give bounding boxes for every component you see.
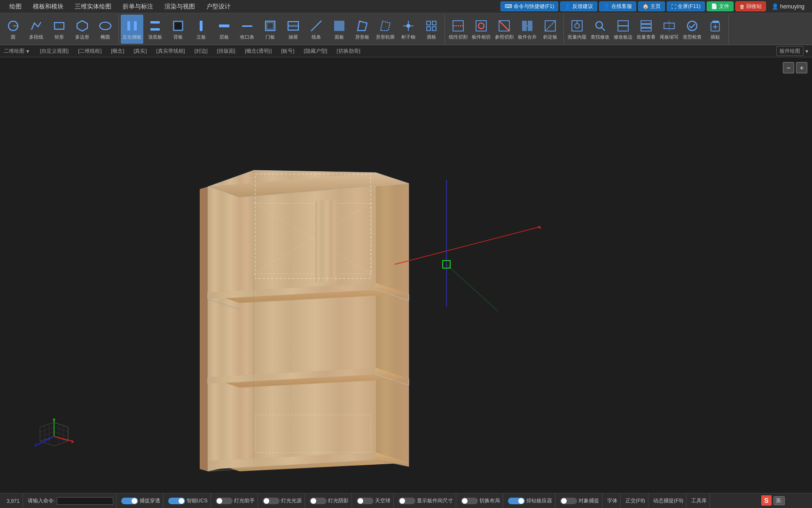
submenu-dropdown[interactable]: ▾: [805, 48, 808, 55]
batch-check-tool[interactable]: 批量查看: [635, 15, 657, 44]
feedback-btn[interactable]: 👤 反馈建议: [560, 1, 597, 11]
axis-indicator: [28, 408, 85, 465]
object-snap-switch[interactable]: [560, 498, 577, 504]
submenu-label[interactable]: 板件绘图: [776, 46, 804, 56]
command-input[interactable]: [57, 497, 113, 505]
irregular-panel-icon: [355, 18, 370, 33]
user-btn[interactable]: 👤 hemuying: [768, 2, 808, 11]
svg-line-105: [54, 427, 68, 432]
snap-through-switch[interactable]: [121, 498, 138, 504]
diagonal-panel-label: 斜定板: [543, 34, 557, 40]
face-panel-tool[interactable]: 面板: [328, 15, 351, 44]
ellipse-tool[interactable]: 椭圆: [94, 15, 117, 44]
linear-cut-tool[interactable]: 线性切割: [447, 15, 469, 44]
tab-concept[interactable]: [概念]: [107, 46, 128, 56]
top-bottom-panel-icon: [148, 18, 163, 33]
vertical-panel-tool[interactable]: 立板: [190, 15, 212, 44]
polyline-tool[interactable]: 多段线: [25, 15, 47, 44]
tab-custom-view[interactable]: [自定义视图]: [36, 46, 73, 56]
tab-hide-layout[interactable]: [隐藏户型]: [299, 46, 331, 56]
top-bottom-panel-tool[interactable]: 顶底板: [144, 15, 166, 44]
viewport: − +: [0, 57, 812, 493]
menu-render[interactable]: 渲染与视图: [159, 1, 201, 12]
tab-concept-transparent[interactable]: [概念(透明)]: [241, 46, 276, 56]
light-helper-switch[interactable]: [216, 498, 233, 504]
lang-btn[interactable]: 英·: [773, 496, 785, 505]
svg-line-103: [40, 427, 54, 432]
cabinet-3d-view[interactable]: [0, 57, 812, 493]
menu-template[interactable]: 模板和模块: [27, 1, 69, 12]
tab-2d-wireframe[interactable]: [二维线框]: [74, 46, 106, 56]
support-btn[interactable]: 👤 在线客服: [599, 1, 636, 11]
file-btn[interactable]: 📄 文件: [707, 1, 734, 11]
shelf-label: 层板: [219, 34, 229, 40]
panel-merge-tool[interactable]: 板件合并: [516, 15, 539, 44]
light-source-switch[interactable]: [263, 498, 280, 504]
menu-dimension[interactable]: 折单与标注: [117, 1, 159, 12]
tab-layout[interactable]: [排版面]: [213, 46, 240, 56]
face-panel-label: 面板: [335, 34, 344, 40]
line-tool[interactable]: 线条: [305, 15, 328, 44]
shortcut-btn[interactable]: ⌨ 命令与快捷键(F1): [500, 1, 558, 11]
panel-merge-label: 板件合并: [518, 34, 537, 40]
drill-controller-switch[interactable]: [508, 498, 525, 504]
circle-icon: [6, 18, 21, 33]
smart-ucs-switch[interactable]: [168, 498, 185, 504]
find-modify-tool[interactable]: 查找修改: [589, 15, 611, 44]
irregular-outline-icon: [378, 18, 393, 33]
trim-strip-tool[interactable]: 收口条: [236, 15, 258, 44]
menu-3d[interactable]: 三维实体绘图: [69, 1, 117, 12]
batch-view-tool[interactable]: 批量内窥: [566, 15, 588, 44]
rect-tool[interactable]: 矩形: [48, 15, 70, 44]
tab-realistic[interactable]: [真实]: [129, 46, 151, 56]
diagonal-panel-tool[interactable]: 斜定板: [539, 15, 562, 44]
shelf-tool[interactable]: 层板: [213, 15, 235, 44]
svg-rect-6: [134, 21, 137, 31]
file-icon: 📄: [711, 3, 718, 9]
ref-cut-icon: [497, 18, 512, 33]
back-panel-tool[interactable]: 背板: [167, 15, 189, 44]
tab-edge[interactable]: [封边]: [190, 46, 212, 56]
switch-layout-switch[interactable]: [461, 498, 478, 504]
panel-tangent-tool[interactable]: 板件相切: [470, 15, 492, 44]
modify-edge-tool[interactable]: 修改板边: [612, 15, 634, 44]
fullscreen-btn[interactable]: ⛶ 全屏(F11): [667, 1, 704, 11]
zoom-plus-btn[interactable]: +: [796, 62, 807, 73]
ref-cut-tool[interactable]: 参照切割: [493, 15, 515, 44]
svg-rect-27: [427, 27, 430, 31]
svg-rect-49: [641, 28, 651, 31]
cabinet-axle-tool[interactable]: 柜子柚: [397, 15, 420, 44]
svg-rect-15: [267, 23, 273, 29]
tail-panel-tool[interactable]: 尾板缩写: [658, 15, 680, 44]
menu-layout[interactable]: 户型设计: [201, 1, 236, 12]
svg-rect-31: [476, 21, 486, 31]
irregular-panel-tool[interactable]: 异形板: [351, 15, 374, 44]
home-btn[interactable]: 🏠 主页: [638, 1, 665, 11]
insert-paste-tool[interactable]: 插贴: [704, 15, 726, 44]
corner-logo: S 英·: [761, 495, 808, 506]
find-modify-label: 查找修改: [591, 34, 609, 40]
back-btn[interactable]: 🗑 回收站: [735, 1, 766, 11]
drawer-tool[interactable]: 抽屉: [282, 15, 304, 44]
view-selector-arrow[interactable]: ▾: [26, 48, 29, 55]
menu-drawing[interactable]: 绘图: [4, 1, 27, 12]
side-panel-tool[interactable]: 左右侧板: [121, 15, 143, 44]
light-shadow-switch[interactable]: [310, 498, 327, 504]
svg-rect-26: [432, 21, 436, 25]
shape-check-tool[interactable]: 造型检查: [681, 15, 703, 44]
tab-toggle-rib[interactable]: [切换肋骨]: [333, 46, 365, 56]
panel-tangent-icon: [474, 18, 489, 33]
panel-dim-switch[interactable]: [398, 498, 415, 504]
polygon-tool[interactable]: 多边形: [71, 15, 94, 44]
tab-realistic-wireframe[interactable]: [真实带线框]: [152, 46, 189, 56]
wine-rack-tool[interactable]: 酒格: [420, 15, 443, 44]
user-icon: 👤: [772, 3, 779, 10]
door-panel-tool[interactable]: 门板: [259, 15, 281, 44]
irregular-outline-label: 异形轮廓: [376, 34, 395, 40]
ellipse-icon: [98, 18, 113, 33]
zoom-minus-btn[interactable]: −: [783, 62, 794, 73]
tab-panel-number[interactable]: [板号]: [277, 46, 298, 56]
circle-tool[interactable]: 圆: [2, 15, 24, 44]
sky-sphere-switch[interactable]: [357, 498, 374, 504]
irregular-outline-tool[interactable]: 异形轮廓: [374, 15, 397, 44]
